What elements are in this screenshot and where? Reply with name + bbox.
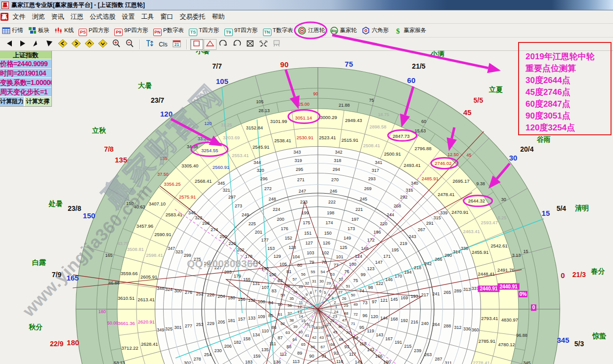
integer-cell-value: 53 <box>330 272 335 277</box>
integer-cell-value: 227 <box>215 265 222 270</box>
toolbar-item-P四方形[interactable]: PSP四方形 <box>79 27 109 35</box>
easel-button[interactable] <box>270 39 283 50</box>
integer-cell-value: 124 <box>355 254 362 259</box>
integer-cell-value: 166 <box>375 354 383 359</box>
diamond-up-button[interactable] <box>83 39 96 50</box>
menu-item-2[interactable]: 浏览 <box>29 10 48 23</box>
zoom-out-button[interactable] <box>123 39 136 50</box>
info-box-line-4: 45度2746点 <box>525 86 611 98</box>
toolbar-item-P数字表[interactable]: PNP数字表 <box>153 27 184 35</box>
integer-cell-value: 134 <box>253 332 260 337</box>
integer-cell-value: 144 <box>380 316 388 321</box>
toolbar-item-T四方形[interactable]: TST四方形 <box>189 27 219 35</box>
toolbar-item-江恩轮[interactable]: 江恩轮 <box>298 27 325 35</box>
integer-cell-value: 339 <box>440 210 447 215</box>
menu-item-10[interactable]: 帮助 <box>209 10 228 23</box>
integer-cell-value: 347 <box>168 246 175 251</box>
panel-step-row: 周天变化步长=1 <box>0 87 51 97</box>
diamond-down-button[interactable] <box>96 39 109 50</box>
toolbar-label: 赢家服务 <box>404 27 427 34</box>
info-box-line-7: 120度3254点 <box>525 122 611 134</box>
nav-next-button[interactable] <box>16 39 29 50</box>
menu-item-1[interactable]: 文件 <box>9 10 29 23</box>
toolbar-label: T数字表 <box>273 27 294 34</box>
toolbar-item-K线[interactable]: K线 <box>54 27 74 35</box>
integer-cell-value: 194 <box>404 270 411 275</box>
solar-term-label: 立秋 <box>91 126 106 134</box>
price-plus-degree-value: 2478.41 <box>438 192 454 197</box>
menu-item-8[interactable]: 窗口 <box>157 10 176 23</box>
calc-support-button[interactable]: 计算支撑 <box>25 97 51 106</box>
integer-cell-value: 320 <box>257 168 264 173</box>
toolbar-item-赢家服务[interactable]: $赢家服务 <box>394 27 427 35</box>
toolbar-item-赢家轮[interactable]: Big赢家轮 <box>330 27 357 35</box>
zoom-in-button[interactable] <box>110 39 123 50</box>
menu-item-6[interactable]: 设置 <box>119 10 138 23</box>
integer-cell-value: 318 <box>334 158 341 163</box>
integer-cell-value: 146 <box>385 277 393 282</box>
percent-ring-value: 34.38 <box>187 144 198 149</box>
integer-cell-value: 154 <box>253 260 261 265</box>
integer-cell-value: 55 <box>310 270 315 274</box>
menu-item-7[interactable]: 工具 <box>138 10 157 23</box>
percent-ring-value: 46.88 <box>108 281 120 285</box>
solar-term-date: 22/9 <box>50 340 63 348</box>
integer-cell-value: 190 <box>383 360 391 364</box>
arc-cw-button[interactable] <box>217 39 230 50</box>
integer-cell-value: 149 <box>344 236 351 241</box>
outer-degree-label: 345 <box>557 336 569 344</box>
calc-resistance-button[interactable]: 计算阻力 <box>0 97 25 106</box>
arc-ccw-button[interactable] <box>230 39 243 50</box>
integer-cell-value: 271 <box>297 177 305 182</box>
integer-cell-value: 176 <box>281 226 288 231</box>
menu-item-3[interactable]: 资讯 <box>48 10 67 23</box>
integer-cell-value: 241 <box>432 291 439 296</box>
resize-button[interactable] <box>257 39 270 50</box>
triangle-tool-button[interactable] <box>204 39 217 50</box>
degree-ring-value: 30 <box>501 197 506 202</box>
menu-item-9[interactable]: 交易委托 <box>176 10 209 23</box>
integer-cell-value: 6 <box>319 289 322 293</box>
calendar-button[interactable]: 21 <box>170 39 183 50</box>
integer-cell-value: 119 <box>367 328 374 333</box>
nav-first-button[interactable] <box>3 39 16 50</box>
integer-cell-value: 199 <box>302 210 309 215</box>
price-plus-degree-value: 2568.41 <box>195 178 212 184</box>
outer-degree-label: 0 <box>561 271 565 280</box>
toolbar-item-行情[interactable]: 行情 <box>2 27 23 35</box>
badge-ps-icon: PS <box>79 29 87 36</box>
integer-cell-value: 294 <box>333 167 340 172</box>
integer-cell-value: 106 <box>269 272 276 277</box>
cls-button[interactable]: Cls <box>157 39 170 50</box>
price-proportional-value: 3712.22 <box>122 345 138 351</box>
integer-cell-value: 278 <box>194 357 201 362</box>
toolbar-item-9T四方形[interactable]: T99T四方形 <box>224 27 258 35</box>
integer-cell-value: 243 <box>409 234 416 239</box>
menu-item-4[interactable]: 江恩 <box>67 10 87 23</box>
flag-up-button[interactable] <box>30 39 43 50</box>
diamond-left-button[interactable] <box>56 39 69 50</box>
integer-cell-value: 69 <box>339 337 343 342</box>
diamond-right-button[interactable] <box>70 39 83 50</box>
price-proportional-value: 2746.02 <box>435 161 451 166</box>
integer-cell-value: 35 <box>289 296 294 301</box>
toolbar-item-六角形[interactable]: 六角形 <box>362 27 389 35</box>
integer-cell-value: 316 <box>406 188 413 193</box>
rect-tool-button[interactable] <box>190 39 203 50</box>
t-range-button[interactable] <box>143 39 156 50</box>
toolbar-item-板块[interactable]: 板块 <box>28 27 49 35</box>
integer-cell-value: 67 <box>321 345 325 349</box>
toolbar-item-T数字表[interactable]: TNT数字表 <box>263 27 294 35</box>
integer-cell-value: 152 <box>285 236 292 241</box>
integer-cell-value: 168 <box>391 317 398 322</box>
menu-item-5[interactable]: 公式选股 <box>87 10 119 23</box>
flag-down-button[interactable] <box>43 39 56 50</box>
box-x-button[interactable] <box>244 39 257 50</box>
price-plus-degree-value: 2448.41 <box>478 271 494 277</box>
toolbar-separator <box>186 40 187 49</box>
integer-cell-value: 61 <box>278 312 282 317</box>
app-logo-icon: 赢 <box>1 1 9 9</box>
integer-cell-value: 159 <box>253 354 261 359</box>
toolbar-item-9P四方形[interactable]: P99P四方形 <box>114 27 148 35</box>
price-plus-degree-value: 2538.41 <box>274 138 291 143</box>
